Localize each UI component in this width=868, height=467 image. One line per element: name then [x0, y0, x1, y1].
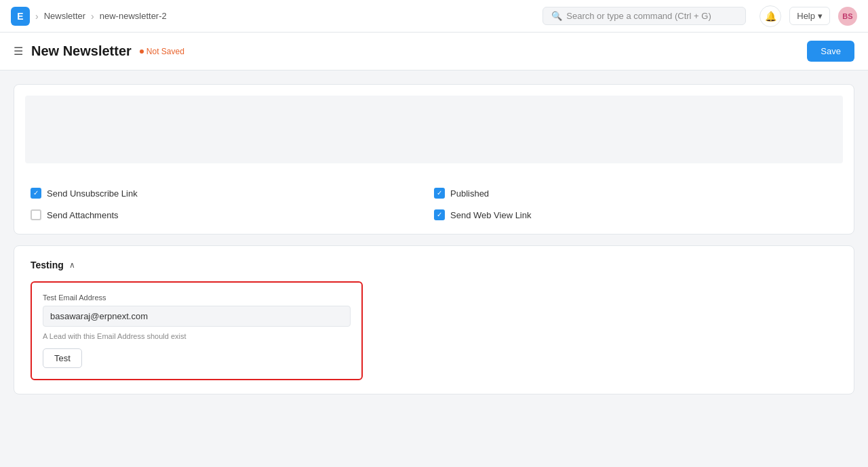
search-icon: 🔍 [551, 11, 562, 21]
chevron-up-icon[interactable]: ∧ [69, 260, 75, 270]
send-web-view-row: ✓ Send Web View Link [434, 209, 837, 220]
send-unsubscribe-checkbox[interactable]: ✓ [31, 188, 41, 199]
notifications-button[interactable]: 🔔 [760, 5, 781, 27]
send-attachments-row: Send Attachments [31, 209, 434, 220]
user-avatar[interactable]: BS [838, 7, 857, 26]
not-saved-dot [140, 49, 144, 54]
checkmark-icon: ✓ [437, 190, 442, 197]
checkboxes-section: ✓ Send Unsubscribe Link ✓ Published Send… [14, 174, 854, 234]
not-saved-badge: Not Saved [140, 47, 184, 56]
page-header: ☰ New Newsletter Not Saved Save [0, 33, 868, 70]
main-content: ✓ Send Unsubscribe Link ✓ Published Send… [0, 70, 868, 419]
app-logo[interactable]: E [11, 7, 30, 26]
breadcrumb-sep-2: › [91, 11, 94, 22]
topnav-right: 🔔 Help ▾ BS [760, 5, 857, 27]
test-email-label: Test Email Address [43, 293, 351, 302]
published-checkbox[interactable]: ✓ [434, 188, 445, 199]
testing-card: Testing ∧ Test Email Address A Lead with… [14, 245, 854, 394]
help-button[interactable]: Help ▾ [789, 7, 830, 25]
topnav: E › Newsletter › new-newsletter-2 🔍 Sear… [0, 0, 868, 33]
help-label: Help [797, 11, 815, 21]
send-unsubscribe-row: ✓ Send Unsubscribe Link [31, 188, 434, 199]
send-attachments-checkbox[interactable] [31, 209, 41, 220]
preview-card: ✓ Send Unsubscribe Link ✓ Published Send… [14, 84, 854, 235]
breadcrumb-sep-1: › [35, 11, 39, 22]
published-label: Published [450, 188, 489, 199]
test-email-hint: A Lead with this Email Address should ex… [43, 332, 351, 340]
breadcrumb-newsletter[interactable]: Newsletter [44, 11, 85, 21]
test-button[interactable]: Test [43, 348, 82, 368]
send-web-view-label: Send Web View Link [450, 210, 531, 220]
search-placeholder: Search or type a command (Ctrl + G) [566, 11, 711, 21]
send-attachments-label: Send Attachments [47, 210, 119, 220]
checkmark-icon: ✓ [33, 190, 39, 197]
not-saved-label: Not Saved [146, 47, 184, 56]
search-bar[interactable]: 🔍 Search or type a command (Ctrl + G) [542, 7, 746, 25]
preview-area [25, 96, 843, 163]
testing-title: Testing [31, 260, 64, 270]
breadcrumb-new-newsletter-2[interactable]: new-newsletter-2 [100, 11, 167, 21]
checkmark-icon: ✓ [437, 211, 442, 218]
testing-inner-box: Test Email Address A Lead with this Emai… [31, 281, 363, 380]
chevron-down-icon: ▾ [818, 11, 823, 21]
hamburger-icon[interactable]: ☰ [14, 45, 23, 58]
save-button[interactable]: Save [807, 41, 854, 62]
testing-header: Testing ∧ [31, 260, 837, 270]
page-title: New Newsletter [31, 43, 132, 59]
send-unsubscribe-label: Send Unsubscribe Link [47, 188, 138, 199]
send-web-view-checkbox[interactable]: ✓ [434, 209, 445, 220]
test-email-input[interactable] [43, 306, 351, 327]
published-row: ✓ Published [434, 188, 837, 199]
